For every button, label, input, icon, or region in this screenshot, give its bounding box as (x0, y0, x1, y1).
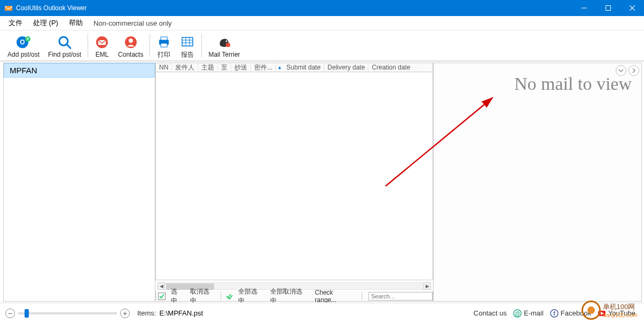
folder-sidebar: MPFAN (3, 63, 155, 302)
minimize-button[interactable] (572, 0, 596, 16)
message-list-panel: NN 发件人 主题 至 抄送 密件... ▲ Submit date Deliv… (155, 63, 433, 302)
outlook-add-icon: O+ (16, 35, 31, 50)
youtube-icon (598, 309, 606, 318)
list-footer: 选中 取消选中 全部选中 全部取消选中 Check range... (155, 291, 433, 302)
eml-icon (95, 35, 109, 50)
svg-point-14 (129, 39, 133, 43)
svg-text:O: O (20, 39, 25, 46)
facebook-icon: f (550, 309, 559, 318)
preview-panel: No mail to view (433, 63, 642, 302)
menu-help[interactable]: 帮助 (64, 17, 88, 29)
dog-icon (217, 35, 232, 50)
check-range-button[interactable]: Check range... (312, 289, 359, 304)
col-bcc[interactable]: 密件... (251, 63, 276, 72)
search-icon (57, 35, 72, 50)
print-button[interactable]: 打印 (152, 30, 176, 60)
close-button[interactable] (620, 0, 644, 16)
col-to[interactable]: 至 (218, 63, 231, 72)
col-sender[interactable]: 发件人 (172, 63, 198, 72)
eml-label: EML (96, 51, 109, 58)
email-link[interactable]: @ E-mail (513, 309, 544, 318)
find-pst-label: Find pst/ost (48, 51, 81, 58)
items-path: E:\MPFAN.pst (159, 309, 203, 317)
items-label: Items: (137, 309, 156, 317)
svg-text:+: + (26, 36, 29, 42)
scroll-left-icon[interactable]: ◀ (158, 282, 165, 290)
report-label: 报告 (181, 50, 194, 59)
window-title: CoolUtils Outlook Viewer (16, 4, 572, 12)
svg-line-10 (67, 44, 70, 48)
at-icon: @ (513, 309, 522, 318)
app-icon (4, 4, 13, 12)
message-list-body (155, 72, 433, 280)
license-label: Non-commercial use only (88, 18, 177, 29)
check-all-green-icon (225, 293, 233, 300)
zoom-out-button[interactable]: − (5, 309, 15, 318)
col-cc[interactable]: 抄送 (231, 63, 251, 72)
youtube-link[interactable]: YouTube (598, 309, 635, 318)
col-nn[interactable]: NN (156, 64, 172, 71)
svg-rect-0 (5, 6, 12, 11)
youtube-label: YouTube (608, 309, 635, 317)
zoom-handle[interactable] (25, 309, 29, 318)
sort-indicator-icon: ▲ (276, 65, 283, 70)
svg-point-23 (226, 41, 227, 42)
add-pst-label: Add pst/ost (7, 51, 40, 58)
facebook-label: Facebook (561, 309, 591, 317)
svg-rect-17 (161, 43, 167, 47)
statusbar: − + Items: E:\MPFAN.pst Contact us @ E-m… (0, 303, 644, 323)
report-button[interactable]: 报告 (176, 30, 199, 60)
footer-separator (362, 292, 362, 301)
search-input[interactable] (368, 292, 433, 301)
report-icon (180, 34, 195, 49)
mail-terrier-label: Mail Terrier (208, 51, 240, 58)
titlebar: CoolUtils Outlook Viewer (0, 0, 644, 16)
toolbar-separator (150, 34, 150, 57)
col-submit-date[interactable]: Submit date (283, 64, 324, 71)
menu-file[interactable]: 文件 (3, 17, 28, 29)
menubar: 文件 处理 (P) 帮助 Non-commercial use only (0, 16, 644, 30)
contacts-label: Contacts (118, 51, 143, 58)
maximize-button[interactable] (596, 0, 620, 16)
svg-rect-2 (606, 6, 610, 11)
toolbar: O+ Add pst/ost Find pst/ost EML Contacts… (0, 30, 644, 61)
svg-rect-18 (182, 37, 193, 46)
mail-terrier-button[interactable]: Mail Terrier (204, 30, 244, 60)
footer-separator (221, 292, 221, 301)
add-pst-button[interactable]: O+ Add pst/ost (3, 30, 44, 60)
main-area: MPFAN NN 发件人 主题 至 抄送 密件... ▲ Submit date… (0, 61, 644, 303)
col-subject[interactable]: 主题 (198, 63, 218, 72)
eml-button[interactable]: EML (90, 30, 114, 60)
column-header-row: NN 发件人 主题 至 抄送 密件... ▲ Submit date Deliv… (155, 63, 433, 72)
svg-rect-16 (161, 37, 167, 40)
find-pst-button[interactable]: Find pst/ost (44, 30, 85, 60)
contacts-icon (123, 35, 138, 50)
toolbar-separator (201, 34, 202, 57)
col-delivery-date[interactable]: Delivery date (324, 64, 368, 71)
toolbar-separator (88, 34, 88, 57)
scroll-right-icon[interactable]: ▶ (423, 282, 431, 290)
email-label: E-mail (524, 309, 544, 317)
facebook-link[interactable]: f Facebook (550, 309, 591, 318)
zoom-in-button[interactable]: + (120, 309, 130, 318)
contact-us-label: Contact us (474, 309, 507, 317)
print-icon (156, 34, 171, 49)
print-label: 打印 (158, 50, 170, 59)
zoom-slider[interactable] (18, 312, 117, 314)
svg-text:f: f (553, 311, 555, 317)
check-green-icon (158, 293, 166, 300)
contacts-button[interactable]: Contacts (114, 30, 147, 60)
no-mail-label: No mail to view (514, 74, 632, 94)
menu-process[interactable]: 处理 (P) (28, 17, 64, 29)
svg-text:@: @ (515, 311, 520, 317)
col-creation-date[interactable]: Creation date (368, 64, 413, 71)
folder-item-mpfan[interactable]: MPFAN (4, 63, 155, 78)
